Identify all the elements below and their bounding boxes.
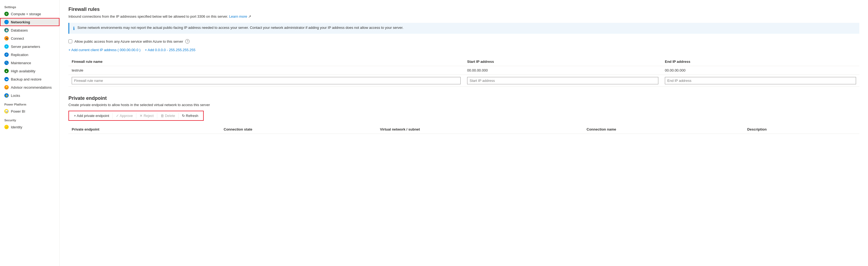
power-platform-section-label: Power Platform — [0, 100, 60, 107]
sidebar-item-label: Power BI — [11, 109, 25, 113]
advisor-icon: 💡 — [4, 85, 9, 89]
firewall-title: Firewall rules — [68, 6, 859, 12]
allow-public-access-label: Allow public access from any Azure servi… — [74, 39, 183, 44]
info-text: Some network environments may not report… — [78, 26, 403, 30]
new-start-ip-input[interactable] — [467, 77, 658, 84]
toolbar-divider-2 — [136, 113, 136, 118]
info-box: ℹ Some network environments may not repo… — [68, 23, 859, 34]
private-endpoint-toolbar: + Add private endpoint ✓ Approve ✕ Rejec… — [68, 111, 204, 121]
sidebar-item-advisor[interactable]: 💡 Advisor recommendations — [0, 83, 60, 91]
sidebar: Settings ⚙ Compute + storage 🌐 Networkin… — [0, 0, 60, 266]
sidebar-item-replication[interactable]: ↺ Replication — [0, 51, 60, 59]
sidebar-item-connect[interactable]: 🔌 Connect — [0, 34, 60, 43]
sidebar-item-label: Maintenance — [11, 61, 31, 65]
pe-col-vnet: Virtual network / subnet — [377, 125, 583, 134]
private-endpoint-desc: Create private endpoints to allow hosts … — [68, 103, 859, 107]
sidebar-item-label: Compute + storage — [11, 12, 41, 16]
settings-section-label: Settings — [0, 2, 60, 10]
refresh-button[interactable]: ↻ Refresh — [179, 112, 201, 119]
sidebar-item-networking[interactable]: 🌐 Networking — [0, 18, 60, 26]
sidebar-item-server-parameters[interactable]: ≡ Server parameters — [0, 43, 60, 51]
sidebar-item-power-bi[interactable]: 📊 Power BI — [0, 107, 60, 115]
reject-button[interactable]: ✕ Reject — [137, 112, 156, 119]
security-section-label: Security — [0, 115, 60, 123]
table-row: testrule 00.00.00.000 00.00.00.000 — [68, 66, 859, 75]
sidebar-item-label: Locks — [11, 94, 20, 98]
pe-col-endpoint: Private endpoint — [68, 125, 220, 134]
firewall-desc: Inbound connections from the IP addresse… — [68, 15, 859, 19]
allow-public-access-checkbox[interactable] — [68, 39, 72, 43]
add-links-row: + Add current client IP address ( 000.00… — [68, 48, 859, 52]
learn-more-link[interactable]: Learn more — [229, 15, 247, 19]
end-ip-cell: 00.00.00.000 — [661, 66, 859, 75]
main-content: Firewall rules Inbound connections from … — [60, 0, 868, 266]
add-range-link[interactable]: + Add 0.0.0.0 - 255.255.255.255 — [145, 48, 195, 52]
locks-icon: 🔒 — [4, 93, 9, 98]
sidebar-item-label: Server parameters — [11, 45, 40, 49]
identity-icon: 🔑 — [4, 125, 9, 129]
help-icon[interactable]: ? — [185, 39, 190, 44]
sidebar-item-maintenance[interactable]: 🔧 Maintenance — [0, 59, 60, 67]
sidebar-item-label: High availability — [11, 69, 35, 73]
sidebar-item-identity[interactable]: 🔑 Identity — [0, 123, 60, 131]
compute-storage-icon: ⚙ — [4, 12, 9, 16]
sidebar-item-label: Connect — [11, 36, 24, 41]
new-rule-row — [68, 75, 859, 87]
private-endpoint-title: Private endpoint — [68, 96, 859, 101]
pe-col-description: Description — [744, 125, 859, 134]
col-header-end: End IP address — [661, 57, 859, 66]
add-private-endpoint-button[interactable]: + Add private endpoint — [71, 112, 112, 119]
server-params-icon: ≡ — [4, 44, 9, 49]
approve-button[interactable]: ✓ Approve — [113, 112, 135, 119]
delete-button[interactable]: 🗑 Delete — [158, 112, 178, 119]
toolbar-divider-3 — [157, 113, 157, 118]
new-end-ip-input[interactable] — [665, 77, 856, 84]
pe-col-connection: Connection name — [583, 125, 744, 134]
start-ip-cell: 00.00.00.000 — [464, 66, 661, 75]
add-client-ip-link[interactable]: + Add current client IP address ( 000.00… — [68, 48, 141, 52]
connect-icon: 🔌 — [4, 36, 9, 41]
sidebar-item-label: Databases — [11, 28, 28, 32]
firewall-table: Firewall rule name Start IP address End … — [68, 57, 859, 87]
sidebar-item-databases[interactable]: 💾 Databases — [0, 26, 60, 34]
replication-icon: ↺ — [4, 53, 9, 57]
ha-icon: ▲ — [4, 69, 9, 73]
rule-name-cell: testrule — [68, 66, 464, 75]
networking-icon: 🌐 — [4, 20, 9, 24]
col-header-start: Start IP address — [464, 57, 661, 66]
sidebar-item-locks[interactable]: 🔒 Locks — [0, 91, 60, 100]
pe-col-state: Connection state — [220, 125, 377, 134]
private-endpoint-section: Private endpoint Create private endpoint… — [68, 96, 859, 134]
allow-public-access-row: Allow public access from any Azure servi… — [68, 39, 859, 44]
backup-icon: ☁ — [4, 77, 9, 81]
new-rule-name-input[interactable] — [72, 77, 461, 84]
sidebar-item-label: Identity — [11, 125, 22, 129]
info-icon: ℹ — [73, 26, 75, 31]
firewall-rules-section: Firewall rules Inbound connections from … — [68, 6, 859, 87]
maintenance-icon: 🔧 — [4, 61, 9, 65]
col-header-name: Firewall rule name — [68, 57, 464, 66]
sidebar-item-label: Replication — [11, 53, 28, 57]
sidebar-item-label: Networking — [11, 20, 30, 24]
sidebar-item-backup-restore[interactable]: ☁ Backup and restore — [0, 75, 60, 83]
databases-icon: 💾 — [4, 28, 9, 32]
sidebar-item-high-availability[interactable]: ▲ High availability — [0, 67, 60, 75]
power-bi-icon: 📊 — [4, 109, 9, 113]
sidebar-item-label: Advisor recommendations — [11, 85, 52, 89]
sidebar-item-label: Backup and restore — [11, 77, 41, 81]
private-endpoint-table: Private endpoint Connection state Virtua… — [68, 125, 859, 134]
sidebar-item-compute-storage[interactable]: ⚙ Compute + storage — [0, 10, 60, 18]
